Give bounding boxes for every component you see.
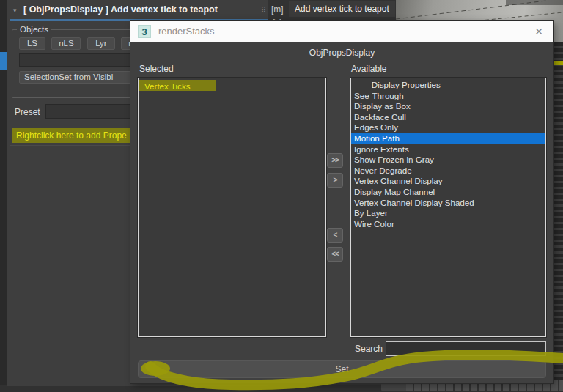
3dsmax-logo-icon: 3 — [138, 25, 151, 38]
selectionset-button[interactable]: SelectionSet from Visibl — [19, 71, 131, 84]
modifier-stack-entry[interactable]: Add vertex tick to teapot — [289, 1, 395, 17]
active-tool-accent — [0, 52, 7, 70]
rollout-title: [ ObjPropsDisplay ] Add vertex tick to t… — [23, 4, 218, 15]
dialog-title: renderStacks — [158, 26, 215, 37]
modifier-stack-bar: [m] Add vertex tick to teapot [o] — [268, 0, 396, 21]
object-selection-field[interactable] — [19, 53, 130, 67]
list-item[interactable]: Display as Box — [351, 101, 545, 112]
close-icon[interactable]: ✕ — [531, 25, 546, 38]
list-item[interactable]: Ignore Extents — [351, 144, 545, 155]
search-label: Search — [355, 344, 383, 354]
list-item[interactable]: Vertex Channel Display — [351, 176, 545, 187]
move-left-button[interactable]: < — [327, 228, 343, 243]
list-item[interactable]: See-Through — [351, 91, 545, 102]
list-item[interactable]: Show Frozen in Gray — [351, 155, 545, 166]
list-item[interactable]: Vertex Ticks — [139, 80, 325, 91]
screen: [m] Add vertex tick to teapot [o] ▾ [ Ob… — [0, 0, 563, 392]
selected-item-highlighted[interactable]: Vertex Ticks — [139, 80, 216, 91]
filter-button-nls[interactable]: nLS — [51, 37, 81, 50]
collapse-arrow-icon[interactable]: ▾ — [13, 7, 17, 14]
available-listbox[interactable]: ____Display Properties__________________… — [350, 78, 546, 337]
marker-tick — [553, 61, 563, 65]
list-item-selected[interactable]: Motion Path — [351, 133, 545, 144]
drag-handle-icon[interactable]: ⠿ — [261, 6, 265, 14]
set-button[interactable]: Set — [138, 360, 546, 378]
modifier-bracket-label: [m] — [271, 1, 284, 18]
dialog-subtitle: ObjPropsDisplay — [130, 48, 553, 58]
selected-list-label: Selected — [139, 64, 174, 74]
list-item[interactable]: Wire Color — [351, 219, 545, 230]
available-list-label: Available — [351, 64, 386, 74]
list-item[interactable]: Never Degrade — [351, 166, 545, 177]
renderstacks-dialog: 3 renderStacks ✕ ObjPropsDisplay Selecte… — [130, 21, 553, 383]
panel-divider — [10, 145, 130, 146]
move-right-button[interactable]: > — [327, 173, 343, 188]
move-all-left-button[interactable]: << — [327, 247, 343, 262]
list-item[interactable]: Edges Only — [351, 122, 545, 133]
filter-button-lyr[interactable]: Lyr — [87, 37, 115, 50]
rollout-header[interactable]: ▾ [ ObjPropsDisplay ] Add vertex tick to… — [10, 4, 267, 18]
filter-button-ls[interactable]: LS — [19, 37, 45, 50]
list-section-header: ____Display Properties__________________… — [351, 80, 545, 91]
rightclick-hint[interactable]: Rightclick here to add Prope — [12, 128, 130, 143]
preset-field[interactable] — [45, 104, 130, 119]
search-input[interactable] — [386, 341, 546, 356]
selected-listbox[interactable]: Vertex Ticks — [138, 78, 326, 337]
list-item[interactable]: Backface Cull — [351, 112, 545, 123]
move-all-right-button[interactable]: >> — [327, 153, 343, 168]
right-edge-rail — [553, 42, 563, 386]
dialog-titlebar[interactable]: 3 renderStacks ✕ — [130, 21, 553, 42]
list-item[interactable]: By Layer — [351, 208, 545, 219]
list-item[interactable]: Vertex Channel Display Shaded — [351, 198, 545, 209]
objects-group-label: Objects — [17, 25, 51, 34]
preset-label: Preset — [15, 107, 40, 117]
list-item[interactable]: Display Map Channel — [351, 187, 545, 198]
